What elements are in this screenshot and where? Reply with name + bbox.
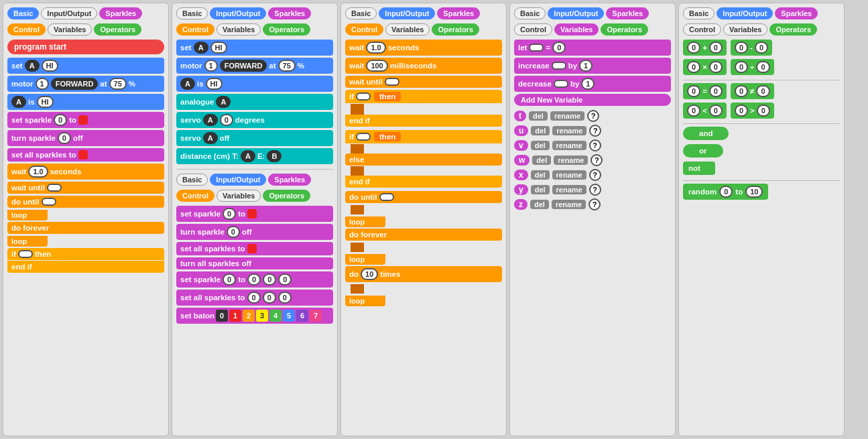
btn-rename-t[interactable]: rename [550,111,584,121]
block-turn-sparkle-2[interactable]: turn sparkle 0 off [176,224,333,240]
block-a-is-hi-2[interactable]: A is HI [176,76,333,92]
tab-variables-3[interactable]: Variables [385,23,430,36]
block-do-until-3[interactable]: do until [345,191,502,203]
block-plus[interactable]: 0 + 0 [683,40,727,56]
tab-control-5[interactable]: Control [683,23,721,36]
block-increase[interactable]: increase by 1 [514,58,671,74]
tab-sparkles-4[interactable]: Sparkles [606,7,649,19]
block-loop-2[interactable]: loop [7,236,48,247]
var-w[interactable]: w [514,155,530,166]
tab-operators-4[interactable]: Operators [601,23,648,36]
block-if-then-3[interactable]: if then [345,90,502,103]
tab-control-2b[interactable]: Control [176,190,214,202]
tab-variables-5[interactable]: Variables [723,23,767,36]
btn-q-z[interactable]: ? [588,198,601,210]
block-set-sparkle[interactable]: set sparkle 0 to [7,112,164,128]
tab-sparkles-5[interactable]: Sparkles [775,7,818,19]
block-motor-1[interactable]: motor 1 FORWARD at 75 % [7,76,164,92]
btn-q-x[interactable]: ? [589,169,601,181]
block-set-a-hi-2[interactable]: set A HI [176,40,333,56]
block-wait-sec[interactable]: wait 1.0 seconds [7,164,164,180]
tab-variables-4[interactable]: Variables [554,23,599,36]
block-loop-3[interactable]: loop [345,216,385,227]
block-do-10-times[interactable]: do 10 times [345,266,502,282]
var-z[interactable]: z [514,199,528,210]
block-do-forever-3[interactable]: do forever [345,229,502,241]
block-if-then-else[interactable]: if then [345,130,502,143]
tab-sparkles-2b[interactable]: Sparkles [268,174,311,186]
tab-variables-2b[interactable]: Variables [216,190,261,202]
btn-rename-v[interactable]: rename [552,141,586,150]
block-gt[interactable]: 0 > 0 [731,103,774,119]
block-loop-4[interactable]: loop [345,254,385,265]
block-distance[interactable]: distance (cm) T: A E: B [176,148,333,164]
tab-basic-5[interactable]: Basic [683,7,715,19]
btn-del-w[interactable]: del [532,155,551,165]
var-v[interactable]: v [514,140,528,151]
tab-inputoutput-2[interactable]: Input/Output [210,7,266,19]
btn-del-x[interactable]: del [531,170,550,180]
tab-operators-5[interactable]: Operators [769,23,817,36]
btn-del-z[interactable]: del [530,200,549,209]
block-set-all-sparkles[interactable]: set all sparkles to [7,148,164,162]
tab-sparkles-1[interactable]: Sparkles [99,7,142,19]
btn-add-variable[interactable]: Add New Variable [514,94,671,106]
block-end-if-else[interactable]: end if [345,176,502,188]
block-lt[interactable]: 0 < 0 [683,103,727,119]
block-not[interactable]: not [683,162,715,175]
btn-q-w[interactable]: ? [591,154,603,166]
btn-rename-u[interactable]: rename [552,126,586,135]
block-and[interactable]: and [683,127,729,140]
tab-inputoutput-1[interactable]: Input/Output [41,7,97,19]
tab-basic-3[interactable]: Basic [345,7,377,19]
tab-sparkles-3[interactable]: Sparkles [437,7,480,19]
block-turn-sparkle-off[interactable]: turn sparkle 0 off [7,130,164,146]
block-wait-1s-3[interactable]: wait 1.0 seconds [345,40,502,56]
tab-basic-1[interactable]: Basic [7,7,39,19]
tab-inputoutput-3[interactable]: Input/Output [379,7,435,19]
block-minus[interactable]: 0 - 0 [731,40,772,56]
tab-basic-2[interactable]: Basic [176,7,208,19]
tab-variables-2[interactable]: Variables [216,23,261,36]
block-wait-until[interactable]: wait until [7,182,164,194]
block-turn-all-off[interactable]: turn all sparkles off [176,257,333,269]
block-set-a-hi[interactable]: set A HI [7,58,164,74]
block-end-if-3[interactable]: end if [345,115,502,127]
block-set-all-sparkles-2[interactable]: set all sparkles to [176,242,333,255]
btn-q-y[interactable]: ? [589,184,601,196]
block-wait-100ms[interactable]: wait 100 milliseconds [345,58,502,74]
tab-variables-1[interactable]: Variables [48,23,92,36]
var-t[interactable]: t [514,111,526,121]
block-do-until[interactable]: do until [7,196,164,208]
tab-operators-1[interactable]: Operators [94,23,141,36]
block-a-is-hi[interactable]: A is HI [7,94,164,110]
btn-rename-w[interactable]: rename [554,155,588,165]
block-else[interactable]: else [345,153,502,166]
block-times[interactable]: 0 × 0 [683,59,727,75]
tab-control-1[interactable]: Control [7,23,46,36]
block-do-forever[interactable]: do forever [7,222,164,234]
block-random[interactable]: random 0 to 10 [683,184,768,200]
btn-del-u[interactable]: del [531,126,550,135]
block-analogue-a[interactable]: analogue A [176,94,333,110]
btn-rename-z[interactable]: rename [552,200,586,209]
tab-operators-3[interactable]: Operators [432,23,479,36]
btn-q-u[interactable]: ? [589,125,601,137]
block-set-sparkle-rgb[interactable]: set sparkle 0 to 0 0 0 [176,271,333,288]
var-y[interactable]: y [514,184,528,195]
block-decrease[interactable]: decrease by 1 [514,76,671,92]
block-set-all-rgb[interactable]: set all sparkles to 0 0 0 [176,290,333,306]
tab-basic-4[interactable]: Basic [514,7,546,19]
tab-control-3[interactable]: Control [345,23,383,36]
btn-rename-y[interactable]: rename [552,185,586,194]
var-u[interactable]: u [514,125,528,136]
block-motor-2[interactable]: motor 1 FORWARD at 75 % [176,58,333,74]
btn-del-y[interactable]: del [531,185,550,194]
block-servo-off[interactable]: servo A off [176,130,333,146]
tab-basic-2b[interactable]: Basic [176,174,208,186]
block-loop-1[interactable]: loop [7,210,48,221]
block-program-start[interactable]: program start [7,40,164,54]
tab-sparkles-2[interactable]: Sparkles [268,7,311,19]
tab-control-2[interactable]: Control [176,23,214,36]
block-or[interactable]: or [683,144,723,158]
